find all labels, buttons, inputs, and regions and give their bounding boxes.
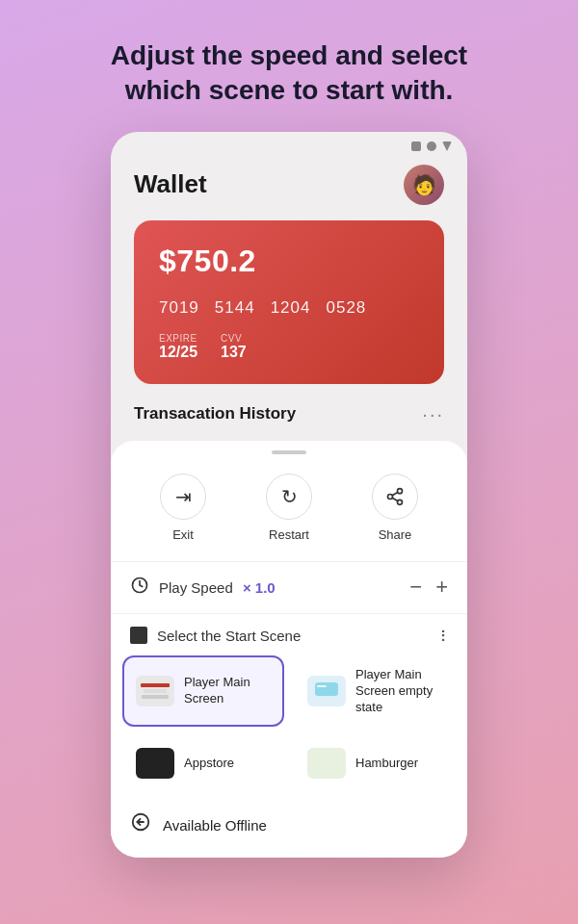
status-icon-triangle — [442, 141, 452, 151]
phone-shell: Wallet 🧑 $750.2 7019 5144 1204 0528 EXPI… — [111, 132, 467, 859]
share-icon — [372, 474, 418, 520]
card-num-3: 1204 — [271, 298, 311, 318]
card-meta: EXPIRE 12/25 CVV 137 — [159, 333, 419, 361]
offline-label: Available Offline — [163, 817, 267, 834]
transaction-title: Transacation History — [134, 404, 296, 424]
speed-value: × 1.0 — [243, 579, 276, 596]
scene-item-player-main-screen[interactable]: Player Main Screen — [122, 655, 284, 728]
app-header: Wallet 🧑 — [111, 157, 467, 220]
wallet-title: Wallet — [134, 169, 207, 199]
svg-line-4 — [392, 492, 398, 495]
svg-point-1 — [388, 494, 393, 499]
status-bar — [111, 132, 467, 157]
scene-grid-icon: ⫶ — [439, 626, 448, 646]
card-num-2: 5144 — [215, 298, 255, 318]
scene-item-hamburger[interactable]: Hamburger — [294, 736, 456, 790]
speed-row: Play Speed × 1.0 − + — [111, 562, 467, 614]
scene-name-hamburger: Hamburger — [355, 756, 418, 772]
speed-decrease-button[interactable]: − — [409, 577, 422, 598]
speed-controls: − + — [409, 577, 448, 598]
speed-icon — [130, 576, 149, 600]
svg-point-0 — [398, 488, 403, 493]
status-icon-square — [411, 141, 421, 151]
card-scroll-area: $750.2 7019 5144 1204 0528 EXPIRE 12/25 … — [111, 220, 467, 384]
status-icon-circle — [427, 141, 436, 151]
svg-line-3 — [392, 498, 398, 500]
svg-rect-7 — [317, 685, 327, 687]
scene-thumb-hamburger — [307, 748, 346, 779]
card-cvv: CVV 137 — [221, 333, 247, 361]
headline-line2: which scene to start with. — [125, 75, 454, 105]
scene-header-label: Select the Start Scene — [157, 628, 430, 644]
expire-value: 12/25 — [159, 344, 197, 361]
restart-icon: ↻ — [266, 474, 312, 520]
card-balance: $750.2 — [159, 244, 419, 279]
scene-grid: Player Main Screen Player Main Screen em… — [111, 655, 467, 805]
scene-thumb-appstore — [136, 748, 174, 779]
card-num-4: 0528 — [326, 298, 366, 318]
expire-label: EXPIRE — [159, 333, 197, 344]
drag-handle — [272, 450, 306, 454]
restart-label: Restart — [269, 527, 309, 542]
speed-label: Play Speed × 1.0 — [159, 579, 400, 596]
exit-label: Exit — [172, 527, 194, 542]
card-number: 7019 5144 1204 0528 — [159, 298, 419, 318]
svg-point-2 — [398, 500, 403, 504]
scene-item-appstore[interactable]: Appstore — [122, 736, 284, 790]
exit-icon: ⇥ — [160, 474, 206, 520]
cvv-label: CVV — [221, 333, 247, 344]
scene-thumb-player-main — [136, 676, 174, 706]
svg-rect-6 — [315, 682, 338, 696]
credit-card: $750.2 7019 5144 1204 0528 EXPIRE 12/25 … — [134, 220, 444, 384]
offline-icon — [130, 811, 151, 838]
share-label: Share — [379, 527, 412, 542]
transaction-header: Transacation History ··· — [111, 384, 467, 437]
scene-thumb-player-main-empty — [307, 676, 346, 706]
scene-header-icon — [130, 627, 147, 644]
headline-line1: Adjust the speed and select — [111, 40, 467, 70]
scene-name-appstore: Appstore — [184, 756, 234, 772]
speed-increase-button[interactable]: + — [435, 577, 448, 598]
card-expire: EXPIRE 12/25 — [159, 333, 197, 361]
scene-name-player-main-empty: Player Main Screen empty state — [355, 667, 442, 716]
offline-row: Available Offline — [111, 804, 467, 842]
restart-button[interactable]: ↻ Restart — [266, 474, 312, 542]
bottom-panel: ⇥ Exit ↻ Restart Share — [111, 441, 467, 859]
exit-button[interactable]: ⇥ Exit — [160, 474, 206, 542]
scene-item-player-main-empty[interactable]: Player Main Screen empty state — [294, 655, 456, 728]
avatar: 🧑 — [404, 165, 444, 205]
scene-header-row: Select the Start Scene ⫶ — [111, 614, 467, 655]
more-icon[interactable]: ··· — [422, 403, 444, 425]
card-num-1: 7019 — [159, 298, 199, 318]
headline: Adjust the speed and select which scene … — [63, 0, 515, 132]
actions-row: ⇥ Exit ↻ Restart Share — [111, 474, 467, 562]
share-button[interactable]: Share — [372, 474, 418, 542]
cvv-value: 137 — [221, 344, 247, 361]
scene-name-player-main: Player Main Screen — [184, 675, 271, 707]
